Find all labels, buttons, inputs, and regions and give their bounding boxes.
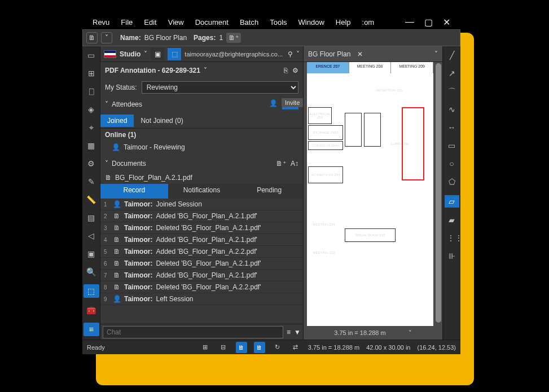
tab-dropdown-icon[interactable]: ˅ [434, 50, 438, 58]
curve-tool-icon[interactable]: ∿ [447, 105, 457, 115]
back-icon[interactable]: ◁ [86, 230, 97, 241]
grid-toggle-icon[interactable]: ⊞ [200, 342, 211, 353]
sort-icon[interactable]: A↕ [291, 160, 298, 168]
maximize-icon[interactable]: ▢ [424, 17, 433, 28]
tab-pending[interactable]: Pending [235, 184, 303, 199]
file-dropdown-icon[interactable]: ˅ [101, 32, 112, 43]
snap-content-icon[interactable]: 🗎 [236, 342, 247, 353]
file-name-label: Name: [120, 34, 141, 42]
doc-chevron-icon[interactable]: ˅ [409, 329, 412, 337]
list-icon[interactable]: ≡ [84, 323, 99, 336]
ellipse-tool-icon[interactable]: ○ [447, 159, 457, 169]
close-tab-icon[interactable]: ✕ [357, 50, 363, 58]
record-row[interactable]: 6🗎Taimoor:Deleted 'BG_Floor_Plan_A.2.1.p… [100, 258, 303, 270]
places-icon[interactable]: ⌖ [86, 122, 97, 133]
record-row[interactable]: 9👤Taimoor:Left Session [100, 293, 303, 305]
status-select[interactable]: Reviewing [142, 81, 298, 94]
doc-scale: 3.75 in = 18.288 m [334, 329, 385, 336]
spaces-icon[interactable]: ▦ [86, 140, 97, 151]
measurements-icon[interactable]: 📏 [86, 194, 97, 205]
markup-tool-icon[interactable]: ⋮⋮ [447, 234, 457, 244]
studio-title: Studio [120, 50, 140, 58]
status-bar: Ready ⊞ ⊟ 🗎 🗎 ↻ ⇄ 3.75 in = 18.288 m 42.… [82, 340, 460, 354]
snap-markup-icon[interactable]: 🗎 [254, 342, 265, 353]
settings-icon[interactable]: ⚙ [86, 158, 97, 169]
chat-input[interactable] [103, 326, 283, 338]
tab-notifications[interactable]: Notifications [168, 184, 236, 199]
record-row[interactable]: 1👤Taimoor:Joined Session [100, 199, 303, 210]
snap-toggle-icon[interactable]: ⊟ [218, 342, 229, 353]
document-item[interactable]: 🗎 BG_Floor_Plan_A.2.1.pdf [100, 171, 303, 184]
signatures-icon[interactable]: ✎ [86, 176, 97, 187]
menu-revu[interactable]: Revu [93, 18, 109, 27]
record-row[interactable]: 8🗎Taimoor:Deleted 'BG_Floor_Plan_A.2.2.p… [100, 281, 303, 293]
layers-icon[interactable]: ◈ [86, 104, 97, 115]
forms-icon[interactable]: ▤ [86, 212, 97, 223]
left-panel-rail: ▭ ⊞ ⎕ ◈ ⌖ ▦ ⚙ ✎ 📏 ▤ ◁ ▣ 🔍 ⬚ 🧰 ≡ [82, 46, 100, 340]
menu-file[interactable]: File [121, 18, 133, 27]
rectangle-tool-icon[interactable]: ▭ [447, 141, 457, 151]
menu-edit[interactable]: Edit [144, 18, 156, 27]
tab-not-joined[interactable]: Not Joined (0) [134, 114, 190, 127]
menu-tools[interactable]: Tools [270, 18, 287, 27]
sets-icon[interactable]: ▣ [86, 248, 97, 259]
session-settings-icon[interactable]: ⚙ [292, 67, 298, 74]
menu-window[interactable]: Window [298, 18, 324, 27]
studio-dropdown-icon[interactable]: ˅ [144, 50, 147, 58]
grid-icon[interactable]: ⊞ [86, 68, 97, 79]
studio-icon[interactable]: ⬚ [84, 284, 99, 298]
menu-view[interactable]: View [168, 18, 184, 27]
toolbox-icon[interactable]: 🧰 [86, 305, 97, 316]
menu-help[interactable]: Help [336, 18, 351, 27]
room-meeting-209: MEETING 209 [391, 62, 433, 73]
record-row[interactable]: 5🗎Taimoor:Added 'BG_Floor_Plan_A.2.2.pdf… [100, 246, 303, 258]
add-document-icon[interactable]: 🗎⁺ [276, 160, 286, 168]
record-row[interactable]: 3🗎Taimoor:Deleted 'BG_Floor_Plan_A.2.1.p… [100, 222, 303, 234]
documents-chevron-icon[interactable]: ˅ [105, 160, 108, 168]
pages-label: Pages: [194, 34, 216, 42]
doc-icon: 🗎 [113, 248, 121, 256]
record-row[interactable]: 2🗎Taimoor:Added 'BG_Floor_Plan_A.2.1.pdf… [100, 210, 303, 222]
reuse-icon[interactable]: ↻ [272, 342, 283, 353]
dimension-tool-icon[interactable]: ↔ [447, 123, 457, 133]
cloud-poly-tool-icon[interactable]: ▰ [447, 215, 457, 226]
leave-session-icon[interactable]: ⎘ [284, 67, 288, 74]
polyline-tool-icon[interactable]: ▱ [445, 195, 459, 208]
record-row[interactable]: 4🗎Taimoor:Added 'BG_Floor_Plan_A.2.1.pdf… [100, 234, 303, 246]
arrow-tool-icon[interactable]: ↗ [447, 69, 457, 79]
follow-icon[interactable]: 👤 [269, 99, 278, 109]
search-icon[interactable]: 🔍 [86, 266, 97, 278]
record-list-icon[interactable]: ≡ [287, 328, 291, 336]
session-icon[interactable]: ⬚ [168, 48, 181, 60]
line-tool-icon[interactable]: ╱ [447, 51, 457, 61]
scrollbar[interactable] [436, 63, 441, 323]
arc-tool-icon[interactable]: ⌒ [447, 87, 457, 97]
studio-chevron-icon[interactable]: ˅ [296, 50, 300, 58]
menu-document[interactable]: Document [195, 18, 229, 27]
record-row[interactable]: 7🗎Taimoor:Added 'BG_Floor_Plan_A.2.1.pdf… [100, 270, 303, 281]
tab-joined[interactable]: Joined [100, 114, 134, 127]
session-dropdown-icon[interactable]: ˅ [204, 67, 207, 74]
file-new-icon[interactable]: 🗎 [86, 32, 98, 43]
count-tool-icon[interactable]: ⊪ [447, 252, 457, 262]
menu-batch[interactable]: Batch [240, 18, 258, 27]
attendees-chevron-icon[interactable]: ˅ [105, 100, 108, 108]
tab-record[interactable]: Record [100, 184, 168, 199]
attendees-label: Attendees [112, 100, 142, 108]
document-tab-title[interactable]: BG Floor Plan [308, 50, 350, 58]
close-icon[interactable]: ✕ [443, 17, 450, 28]
connection-icon[interactable]: ⚲ [288, 50, 293, 58]
thumbnails-icon[interactable]: ▭ [86, 50, 97, 61]
attendee-row[interactable]: 👤 Taimoor - Reviewing [100, 141, 303, 156]
studio-panel: Studio ˅ ▣ ⬚ taimoorayaz@brightergraphic… [100, 46, 304, 340]
bookmarks-icon[interactable]: ⎕ [86, 86, 97, 97]
sync-icon[interactable]: ⇄ [290, 342, 301, 353]
polygon-tool-icon[interactable]: ⬠ [447, 177, 457, 187]
room-conference: ERENCE 207 [307, 62, 349, 73]
filter-icon[interactable]: ▼ [294, 328, 301, 336]
user-email: taimoorayaz@brightergraphics.co... [185, 51, 284, 58]
floor-plan-canvas[interactable]: ERENCE 207 MEETING 208 MEETING 209 RECEP… [307, 62, 433, 326]
project-icon[interactable]: ▣ [151, 48, 164, 60]
new-page-icon[interactable]: 🗎⁺ [226, 33, 241, 43]
minimize-icon[interactable]: — [405, 17, 414, 28]
